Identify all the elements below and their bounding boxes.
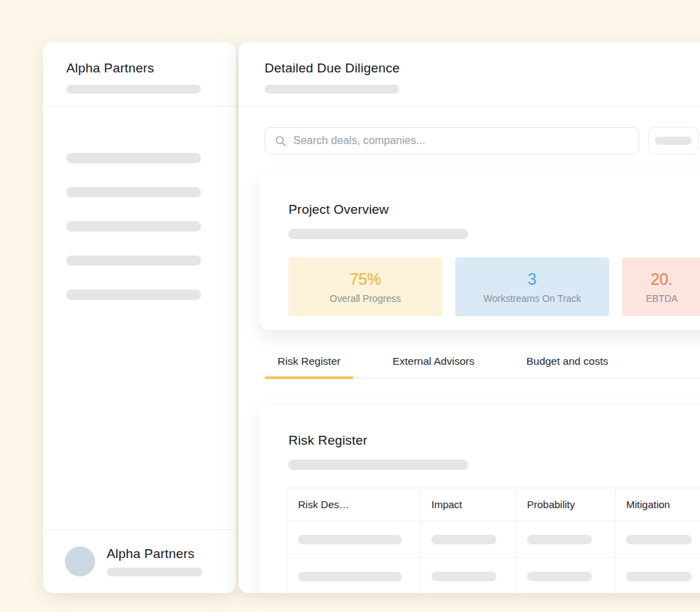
nav-item-skeleton[interactable] [66,290,201,300]
brand-subtitle-skeleton [66,85,201,94]
table-row [288,558,700,594]
user-role-skeleton [107,568,202,576]
sidebar-user-footer[interactable]: Alpha Partners [43,529,236,593]
stat-workstreams-on-track: 3 Workstreams On Track [455,258,609,316]
page-header: Detailed Due Diligence [239,42,700,107]
search-input[interactable] [293,135,629,147]
nav-item-skeleton[interactable] [66,187,201,197]
table-header-row: Risk Des… Impact Probability Mitigation [288,488,700,521]
filter-button[interactable] [648,127,699,154]
nav-item-skeleton[interactable] [66,153,201,163]
table-row [288,521,700,558]
stat-value: 20. [651,270,673,289]
stat-value: 75% [349,270,381,289]
column-header-probability[interactable]: Probability [517,488,616,521]
sidebar-nav [43,107,236,529]
tab-external-advisors[interactable]: External Advisors [379,355,487,378]
column-header-impact[interactable]: Impact [421,488,517,521]
cell-skeleton [298,535,402,544]
cell-skeleton [626,535,692,544]
cell-skeleton [431,535,496,544]
sidebar-header: Alpha Partners [43,42,236,107]
tab-budget-and-costs[interactable]: Budget and costs [513,355,621,378]
cell-skeleton [626,572,692,581]
filter-button-label-skeleton [655,137,692,145]
app-window: Alpha Partners Alpha Partners Detailed D… [43,42,700,593]
stat-label: EBTDA [646,293,678,304]
stat-value: 3 [528,270,537,289]
tab-bar: Risk Register External Advisors Budget a… [265,355,700,378]
stat-label: Workstreams On Track [483,293,581,304]
project-overview-card: Project Overview 75% Overall Progress 3 … [260,175,700,330]
project-overview-subtitle-skeleton [288,229,468,239]
search-row [265,127,700,154]
search-icon [275,135,286,147]
stats-row: 75% Overall Progress 3 Workstreams On Tr… [288,258,700,316]
tab-risk-register[interactable]: Risk Register [265,355,353,378]
stat-ebtda: 20. EBTDA [622,258,700,316]
main-panel: Detailed Due Diligence Project Overview … [239,42,700,593]
stat-label: Overall Progress [329,293,401,304]
nav-item-skeleton[interactable] [66,221,201,232]
sidebar: Alpha Partners Alpha Partners [43,42,236,593]
risk-register-table: Risk Des… Impact Probability Mitigation [287,488,700,593]
avatar[interactable] [65,546,95,576]
project-overview-title: Project Overview [288,202,700,217]
user-name: Alpha Partners [107,546,202,561]
page-subtitle-skeleton [265,85,399,94]
cell-skeleton [527,535,592,544]
risk-register-title: Risk Register [288,433,700,448]
risk-register-card: Risk Register Risk Des… Impact Probabili… [260,406,700,593]
user-info: Alpha Partners [107,546,202,576]
cell-skeleton [431,572,496,581]
column-header-mitigation[interactable]: Mitigation [616,488,700,521]
cell-skeleton [298,572,402,581]
stat-overall-progress: 75% Overall Progress [288,258,442,316]
page-title: Detailed Due Diligence [265,61,700,76]
search-box[interactable] [265,127,639,154]
risk-register-subtitle-skeleton [288,460,468,470]
nav-item-skeleton[interactable] [66,255,201,266]
column-header-risk-description[interactable]: Risk Des… [288,488,421,521]
cell-skeleton [527,572,592,581]
brand-title: Alpha Partners [66,61,213,76]
